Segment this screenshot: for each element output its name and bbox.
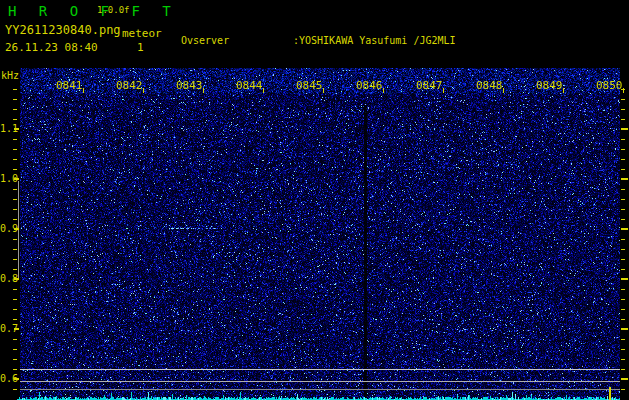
time-axis-tick bbox=[623, 88, 624, 93]
reference-line-middle bbox=[20, 381, 620, 382]
reference-line-upper bbox=[20, 369, 620, 370]
info-row-observer: Ovserver:YOSHIKAWA Yasufumi /JG2MLI bbox=[181, 34, 552, 48]
axis-tick bbox=[13, 109, 17, 110]
axis-tick bbox=[621, 209, 625, 210]
time-tick-label: 0846 bbox=[356, 79, 383, 92]
time-tick-label: 0845 bbox=[296, 79, 323, 92]
time-tick-label: 0842 bbox=[116, 79, 143, 92]
axis-tick bbox=[14, 178, 19, 180]
axis-tick bbox=[13, 189, 17, 190]
axis-tick bbox=[13, 99, 17, 100]
axis-tick bbox=[621, 199, 625, 200]
observation-datetime: 26.11.23 08:40 bbox=[5, 41, 98, 54]
info-value: :YOSHIKAWA Yasufumi /JG2MLI bbox=[293, 34, 456, 48]
freq-tick-label: 0.8 bbox=[0, 273, 13, 284]
axis-tick bbox=[13, 149, 17, 150]
axis-tick bbox=[621, 149, 625, 150]
time-axis-tick bbox=[503, 88, 504, 93]
axis-tick bbox=[13, 389, 17, 390]
axis-tick bbox=[13, 319, 17, 320]
mode-label: meteor bbox=[122, 27, 162, 40]
axis-tick bbox=[14, 328, 19, 330]
time-tick-label: 0843 bbox=[176, 79, 203, 92]
time-cursor-marker bbox=[609, 387, 611, 400]
time-axis-tick bbox=[323, 88, 324, 93]
axis-tick bbox=[14, 378, 19, 380]
time-axis-tick bbox=[563, 88, 564, 93]
axis-tick bbox=[621, 259, 625, 260]
axis-tick bbox=[621, 189, 625, 190]
freq-tick-label: 0.6 bbox=[0, 373, 13, 384]
axis-tick bbox=[621, 319, 625, 320]
axis-tick bbox=[13, 239, 17, 240]
spectrogram-noise-canvas bbox=[20, 68, 620, 400]
reference-line-lower bbox=[20, 389, 620, 390]
info-label: Ovserver bbox=[181, 34, 293, 48]
axis-tick bbox=[621, 128, 628, 130]
axis-tick bbox=[621, 239, 625, 240]
output-filename: YY2611230840.png bbox=[5, 23, 121, 37]
axis-tick bbox=[621, 219, 625, 220]
axis-tick bbox=[13, 119, 17, 120]
axis-tick bbox=[621, 309, 625, 310]
axis-tick bbox=[13, 339, 17, 340]
axis-tick bbox=[13, 359, 17, 360]
echo-count: 1 bbox=[137, 41, 144, 54]
freq-axis-unit: kHz bbox=[1, 70, 19, 81]
axis-tick bbox=[13, 159, 17, 160]
axis-tick bbox=[621, 378, 628, 380]
axis-tick bbox=[621, 228, 628, 230]
axis-tick bbox=[621, 328, 628, 330]
axis-tick bbox=[621, 159, 625, 160]
axis-tick bbox=[13, 219, 17, 220]
axis-tick bbox=[621, 349, 625, 350]
axis-tick bbox=[14, 128, 19, 130]
time-tick-label: 0848 bbox=[476, 79, 503, 92]
axis-tick bbox=[621, 339, 625, 340]
time-tick-label: 0847 bbox=[416, 79, 443, 92]
signal-level-strip bbox=[17, 390, 620, 400]
time-axis-tick bbox=[203, 88, 204, 93]
axis-tick bbox=[621, 389, 625, 390]
axis-tick bbox=[13, 209, 17, 210]
axis-tick bbox=[621, 278, 628, 280]
spectrogram-plot: kHz 1.1 1.0 0.9 0.8 0.7 0.6 0841 0842 08… bbox=[0, 68, 629, 400]
axis-tick bbox=[621, 269, 625, 270]
time-tick-label: 0850 bbox=[596, 79, 623, 92]
axis-tick bbox=[13, 249, 17, 250]
header-panel: H R O F F T 1.0.0f YY2611230840.png mete… bbox=[0, 0, 629, 68]
time-tick-label: 0849 bbox=[536, 79, 563, 92]
axis-tick bbox=[13, 259, 17, 260]
axis-tick bbox=[621, 109, 625, 110]
axis-tick bbox=[13, 169, 17, 170]
axis-tick bbox=[621, 119, 625, 120]
axis-tick bbox=[621, 249, 625, 250]
freq-tick-label: 1.1 bbox=[0, 123, 13, 134]
axis-tick bbox=[13, 199, 17, 200]
time-axis-tick bbox=[83, 88, 84, 93]
axis-tick bbox=[14, 228, 19, 230]
time-axis-tick bbox=[443, 88, 444, 93]
axis-tick bbox=[13, 139, 17, 140]
axis-tick bbox=[621, 359, 625, 360]
app-version: 1.0.0f bbox=[97, 5, 130, 15]
axis-tick bbox=[621, 289, 625, 290]
axis-tick bbox=[621, 178, 628, 180]
time-tick-label: 0844 bbox=[236, 79, 263, 92]
time-tick-label: 0841 bbox=[56, 79, 83, 92]
axis-tick bbox=[621, 139, 625, 140]
axis-tick bbox=[13, 89, 17, 90]
axis-tick bbox=[621, 299, 625, 300]
axis-tick bbox=[14, 278, 19, 280]
freq-tick-label: 0.9 bbox=[0, 223, 13, 234]
axis-tick bbox=[13, 349, 17, 350]
axis-tick bbox=[13, 369, 17, 370]
time-axis-tick bbox=[263, 88, 264, 93]
time-axis-tick bbox=[143, 88, 144, 93]
axis-tick bbox=[13, 299, 17, 300]
axis-tick bbox=[13, 289, 17, 290]
axis-tick bbox=[13, 269, 17, 270]
app-title: H R O F F T bbox=[8, 3, 178, 19]
axis-tick bbox=[621, 169, 625, 170]
axis-tick bbox=[621, 369, 625, 370]
